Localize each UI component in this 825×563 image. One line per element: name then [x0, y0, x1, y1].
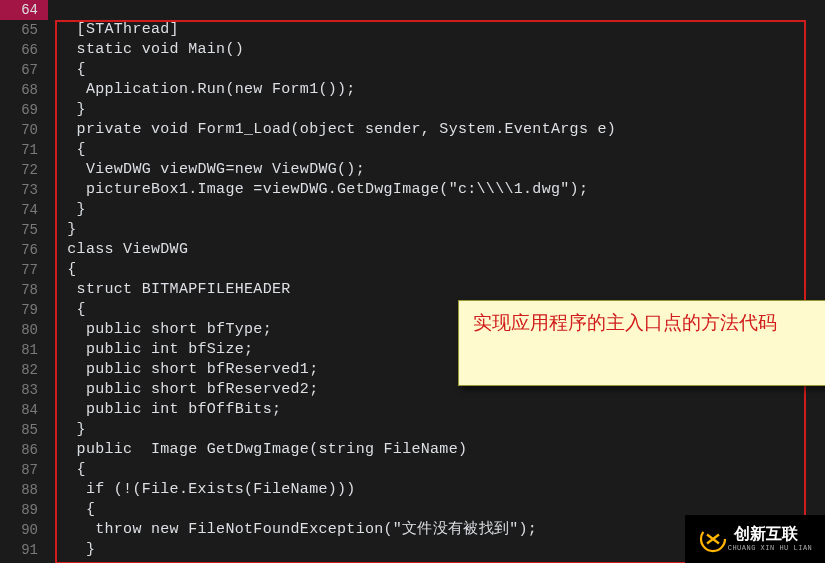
line-number: 77	[0, 260, 48, 280]
line-number: 86	[0, 440, 48, 460]
line-number: 82	[0, 360, 48, 380]
code-line[interactable]: if (!(File.Exists(FileName)))	[48, 480, 825, 500]
line-number: 90	[0, 520, 48, 540]
code-line[interactable]: {	[48, 140, 825, 160]
logo-icon	[698, 524, 728, 554]
line-number: 67	[0, 60, 48, 80]
brand-logo: 创新互联 CHUANG XIN HU LIAN	[685, 515, 825, 563]
line-number: 85	[0, 420, 48, 440]
line-number: 91	[0, 540, 48, 560]
code-line[interactable]: }	[48, 100, 825, 120]
line-number: 83	[0, 380, 48, 400]
code-line[interactable]: {	[48, 260, 825, 280]
line-number: 88	[0, 480, 48, 500]
code-line[interactable]: }	[48, 220, 825, 240]
code-line[interactable]: {	[48, 60, 825, 80]
annotation-box: 实现应用程序的主入口点的方法代码	[458, 300, 825, 386]
line-number: 79	[0, 300, 48, 320]
line-number: 66	[0, 40, 48, 60]
line-number: 81	[0, 340, 48, 360]
code-line[interactable]: [STAThread]	[48, 20, 825, 40]
code-line[interactable]: static void Main()	[48, 40, 825, 60]
logo-text-sub: CHUANG XIN HU LIAN	[728, 544, 813, 552]
code-line[interactable]: }	[48, 420, 825, 440]
line-number: 84	[0, 400, 48, 420]
code-line[interactable]: public Image GetDwgImage(string FileName…	[48, 440, 825, 460]
line-number: 64	[0, 0, 48, 20]
logo-text-main: 创新互联	[734, 525, 798, 542]
line-number: 74	[0, 200, 48, 220]
code-line[interactable]: {	[48, 460, 825, 480]
line-number: 75	[0, 220, 48, 240]
line-number: 76	[0, 240, 48, 260]
line-number: 68	[0, 80, 48, 100]
code-line[interactable]: Application.Run(new Form1());	[48, 80, 825, 100]
line-number: 70	[0, 120, 48, 140]
line-number: 71	[0, 140, 48, 160]
code-line[interactable]	[48, 0, 825, 20]
annotation-text: 实现应用程序的主入口点的方法代码	[473, 312, 777, 333]
line-number-gutter: 6465666768697071727374757677787980818283…	[0, 0, 48, 563]
code-line[interactable]: class ViewDWG	[48, 240, 825, 260]
code-line[interactable]: ViewDWG viewDWG=new ViewDWG();	[48, 160, 825, 180]
code-line[interactable]: public int bfOffBits;	[48, 400, 825, 420]
line-number: 87	[0, 460, 48, 480]
line-number: 73	[0, 180, 48, 200]
line-number: 89	[0, 500, 48, 520]
line-number: 65	[0, 20, 48, 40]
code-line[interactable]: struct BITMAPFILEHEADER	[48, 280, 825, 300]
code-line[interactable]: pictureBox1.Image =viewDWG.GetDwgImage("…	[48, 180, 825, 200]
code-editor: 6465666768697071727374757677787980818283…	[0, 0, 825, 563]
line-number: 69	[0, 100, 48, 120]
line-number: 72	[0, 160, 48, 180]
line-number: 80	[0, 320, 48, 340]
code-line[interactable]: private void Form1_Load(object sender, S…	[48, 120, 825, 140]
code-content-area[interactable]: [STAThread] static void Main() { Applica…	[48, 0, 825, 563]
code-line[interactable]: }	[48, 200, 825, 220]
line-number: 78	[0, 280, 48, 300]
